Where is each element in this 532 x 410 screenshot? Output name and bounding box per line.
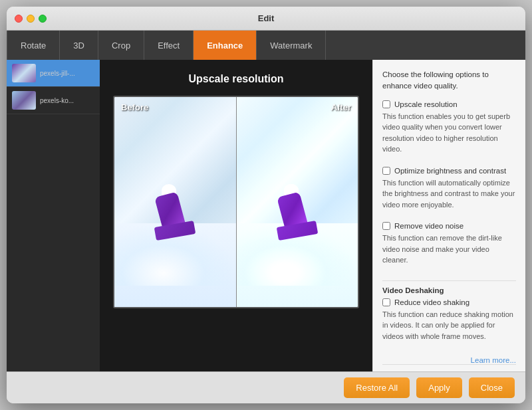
after-panel: After — [237, 97, 358, 307]
window-title: Edit — [258, 13, 275, 23]
option-upscale: Upscale resolution This function enables… — [382, 100, 516, 160]
brightness-row: Optimize brightness and contrast — [382, 167, 516, 175]
upscale-label[interactable]: Upscale resolution — [394, 100, 458, 108]
learn-more-link[interactable]: Learn more... — [382, 356, 516, 364]
main-panel: Upscale resolution Before After — [100, 60, 372, 371]
main-panel-title: Upscale resolution — [188, 73, 283, 85]
deshaking-heading: Video Deshaking — [382, 280, 516, 294]
option-deshake: Reduce video shaking This function can r… — [382, 298, 516, 348]
main-window: Edit Rotate 3D Crop Effect Enhance Water… — [7, 7, 525, 403]
sidebar-thumb-1 — [12, 91, 36, 110]
before-panel: Before — [114, 97, 237, 307]
minimize-button[interactable] — [27, 15, 35, 23]
brightness-desc: This function will automatically optimiz… — [382, 177, 516, 211]
after-label: After — [331, 102, 351, 112]
sidebar-label-1: pexels-ko... — [40, 97, 74, 104]
denoise-label[interactable]: Remove video noise — [394, 222, 464, 230]
sidebar: pexels-jill-... pexels-ko... — [7, 60, 100, 371]
sidebar-label-0: pexels-jill-... — [40, 70, 75, 77]
close-button-bottom[interactable]: Close — [469, 377, 515, 398]
close-button[interactable] — [15, 15, 23, 23]
apply-button[interactable]: Apply — [416, 377, 462, 398]
skier-figure-after — [274, 184, 321, 244]
denoise-row: Remove video noise — [382, 222, 516, 230]
tab-3d[interactable]: 3D — [60, 31, 98, 60]
upscale-desc: This function enables you to get superb … — [382, 111, 516, 155]
tabs-bar: Rotate 3D Crop Effect Enhance Watermark — [7, 31, 525, 60]
content-area: pexels-jill-... pexels-ko... Upscale res… — [7, 60, 525, 371]
restore-all-button[interactable]: Restore All — [344, 377, 410, 398]
traffic-lights — [15, 15, 47, 23]
intro-text: Choose the following options to enhance … — [382, 69, 516, 92]
bottom-bar: Restore All Apply Close — [7, 371, 525, 403]
brightness-checkbox[interactable] — [382, 167, 390, 175]
right-panel-buttons: Apply to All Restore Defaults — [382, 364, 516, 371]
right-panel: Choose the following options to enhance … — [372, 60, 525, 371]
maximize-button[interactable] — [39, 15, 47, 23]
sidebar-item-0[interactable]: pexels-jill-... — [7, 60, 100, 87]
upscale-row: Upscale resolution — [382, 100, 516, 108]
deshake-desc: This function can reduce shaking motion … — [382, 309, 516, 342]
denoise-checkbox[interactable] — [382, 222, 390, 230]
sidebar-item-1[interactable]: pexels-ko... — [7, 87, 100, 114]
tab-rotate[interactable]: Rotate — [7, 31, 60, 60]
option-brightness: Optimize brightness and contrast This fu… — [382, 167, 516, 216]
brightness-label[interactable]: Optimize brightness and contrast — [394, 167, 506, 175]
after-image — [237, 97, 358, 307]
skier-figure-before — [152, 184, 198, 244]
deshake-checkbox[interactable] — [382, 298, 390, 306]
sidebar-thumb-0 — [12, 64, 36, 82]
titlebar: Edit — [7, 7, 525, 31]
before-after-container: Before After — [113, 96, 359, 308]
deshake-row: Reduce video shaking — [382, 298, 516, 306]
upscale-checkbox[interactable] — [382, 100, 390, 108]
before-image — [114, 97, 236, 307]
option-denoise: Remove video noise This function can rem… — [382, 222, 516, 271]
denoise-desc: This function can remove the dirt-like v… — [382, 233, 516, 266]
tab-effect[interactable]: Effect — [144, 31, 194, 60]
deshake-label[interactable]: Reduce video shaking — [394, 298, 469, 306]
tab-watermark[interactable]: Watermark — [257, 31, 326, 60]
tab-crop[interactable]: Crop — [98, 31, 144, 60]
tab-enhance[interactable]: Enhance — [194, 31, 257, 60]
before-label: Before — [121, 102, 148, 112]
